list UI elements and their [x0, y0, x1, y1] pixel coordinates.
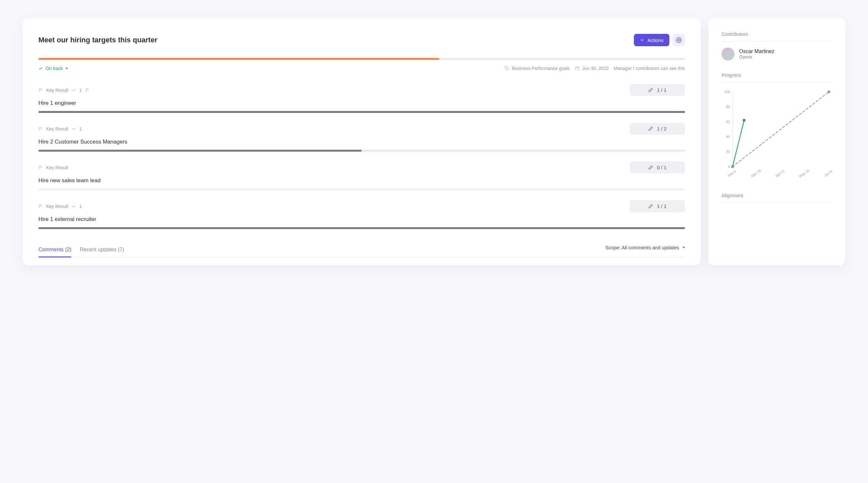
- key-result-value: 1 / 1: [657, 203, 666, 209]
- key-result-value: 1 / 1: [657, 87, 666, 93]
- progress-chart: 020406080100Mar 4Mar 28Apr 21May 15Jun 8: [721, 89, 832, 183]
- flag-icon: [38, 127, 43, 131]
- key-result-value: 1 / 2: [657, 126, 666, 131]
- key-result-type-label: Key Result: [46, 204, 68, 209]
- edit-value-button[interactable]: 1 / 1: [630, 84, 685, 96]
- key-result-progress-bar: [38, 227, 685, 229]
- contributor-row[interactable]: Oscar Martinez Owner: [721, 47, 832, 61]
- goal-header: Meet our hiring targets this quarter Act…: [38, 34, 685, 46]
- overall-progress-bar: [38, 58, 685, 60]
- key-result-progress-bar: [38, 111, 685, 113]
- svg-text:40: 40: [726, 135, 730, 139]
- visibility-text: Manager / contributors can see this: [614, 66, 685, 71]
- key-result-chart-count: 1: [80, 126, 82, 131]
- key-result-value: 0 / 1: [657, 165, 666, 170]
- tag-icon: [505, 66, 509, 71]
- settings-button[interactable]: [673, 34, 685, 46]
- tab-updates[interactable]: Recent updates (7): [80, 242, 124, 257]
- goal-title: Meet our hiring targets this quarter: [38, 36, 158, 44]
- key-result-header: Key Result11 / 1: [38, 200, 685, 212]
- key-result-progress-fill: [38, 150, 362, 152]
- key-result-tags: Key Result1: [38, 126, 82, 131]
- key-result-chart-count: 1: [80, 204, 82, 209]
- svg-text:Apr 21: Apr 21: [775, 169, 785, 178]
- goal-sidebar: Contributors Oscar Martinez Owner Progre…: [709, 18, 845, 265]
- avatar: [721, 47, 735, 61]
- key-result-tags: Key Result: [38, 165, 68, 170]
- due-date-chip[interactable]: Jun 30, 2022: [575, 66, 609, 71]
- pencil-icon: [648, 126, 653, 131]
- tabs-row: Comments (2) Recent updates (7) Scope: A…: [38, 242, 685, 257]
- svg-point-22: [743, 119, 746, 122]
- svg-text:Mar 4: Mar 4: [727, 169, 737, 178]
- key-result-progress-fill: [38, 111, 685, 113]
- key-result-progress-bar: [38, 188, 685, 190]
- pencil-icon: [648, 88, 653, 92]
- gear-icon: [676, 37, 682, 43]
- svg-point-0: [678, 39, 680, 41]
- svg-text:80: 80: [726, 105, 730, 109]
- tab-comments-label: Comments (2): [38, 247, 71, 252]
- pencil-icon: [648, 204, 653, 208]
- svg-text:May 15: May 15: [798, 168, 810, 179]
- key-result-header: Key Result11 / 2: [38, 123, 685, 135]
- key-result-tags: Key Result1: [38, 204, 82, 209]
- key-result-title: Hire 2 Customer Success Managers: [38, 139, 685, 145]
- svg-text:0: 0: [728, 165, 730, 169]
- actions-button-label: Actions: [648, 37, 663, 43]
- scope-dropdown[interactable]: Scope: All comments and updates: [605, 245, 685, 255]
- tab-updates-label: Recent updates (7): [80, 247, 124, 252]
- svg-text:20: 20: [726, 150, 730, 154]
- flag-icon: [38, 204, 43, 208]
- svg-line-21: [733, 120, 744, 167]
- key-result: Key Result11 / 1Hire 1 engineer: [38, 84, 685, 113]
- status-label: On track: [45, 66, 63, 71]
- pencil-icon: [648, 165, 653, 170]
- svg-text:100: 100: [724, 90, 730, 94]
- edit-value-button[interactable]: 1 / 2: [630, 123, 685, 135]
- key-result-title: Hire new sales team lead: [38, 178, 685, 184]
- chevron-down-icon: [640, 38, 644, 42]
- key-result-title: Hire 1 external recruiter: [38, 216, 685, 223]
- key-result-type-label: Key Result: [46, 165, 68, 170]
- svg-text:Jun 8: Jun 8: [824, 169, 832, 178]
- tab-comments[interactable]: Comments (2): [38, 242, 71, 257]
- key-result: Key Result0 / 1Hire new sales team lead: [38, 161, 685, 190]
- goal-meta-row: On track Business Performance goals Jun …: [38, 66, 685, 71]
- flag-icon: [38, 165, 43, 170]
- actions-button[interactable]: Actions: [634, 34, 670, 46]
- alignment-title: Alignment: [721, 193, 832, 203]
- due-date-text: Jun 30, 2022: [582, 66, 609, 71]
- key-result-type-label: Key Result: [46, 126, 68, 131]
- status-dropdown[interactable]: On track: [38, 66, 68, 71]
- svg-text:Mar 28: Mar 28: [750, 169, 762, 178]
- flag-icon: [85, 88, 90, 92]
- edit-value-button[interactable]: 0 / 1: [630, 161, 685, 173]
- svg-rect-2: [576, 67, 579, 70]
- contributors-title: Contributors: [721, 31, 832, 42]
- check-icon: [38, 66, 43, 71]
- tabs: Comments (2) Recent updates (7): [38, 242, 124, 257]
- svg-text:60: 60: [726, 120, 730, 124]
- key-result: Key Result11 / 1Hire 1 external recruite…: [38, 200, 685, 229]
- flag-icon: [38, 88, 43, 92]
- key-result-type-label: Key Result: [46, 88, 68, 93]
- key-result-title: Hire 1 engineer: [38, 100, 685, 106]
- edit-value-button[interactable]: 1 / 1: [630, 200, 685, 212]
- category-text: Business Performance goals: [512, 66, 570, 71]
- category-chip[interactable]: Business Performance goals: [505, 66, 570, 71]
- svg-point-20: [828, 91, 831, 93]
- header-actions: Actions: [634, 34, 685, 46]
- overall-progress-fill: [38, 58, 439, 60]
- svg-point-1: [506, 67, 506, 67]
- key-result-tags: Key Result1: [38, 88, 90, 93]
- key-result-header: Key Result11 / 1: [38, 84, 685, 96]
- caret-down-icon: [65, 68, 68, 69]
- goal-main-card: Meet our hiring targets this quarter Act…: [23, 18, 701, 265]
- contributor-name: Oscar Martinez: [739, 49, 774, 54]
- key-result-chart-count: 1: [80, 88, 82, 93]
- key-result: Key Result11 / 2Hire 2 Customer Success …: [38, 123, 685, 152]
- chart-icon: [72, 127, 76, 131]
- progress-title: Progress: [721, 72, 832, 83]
- calendar-icon: [575, 66, 580, 71]
